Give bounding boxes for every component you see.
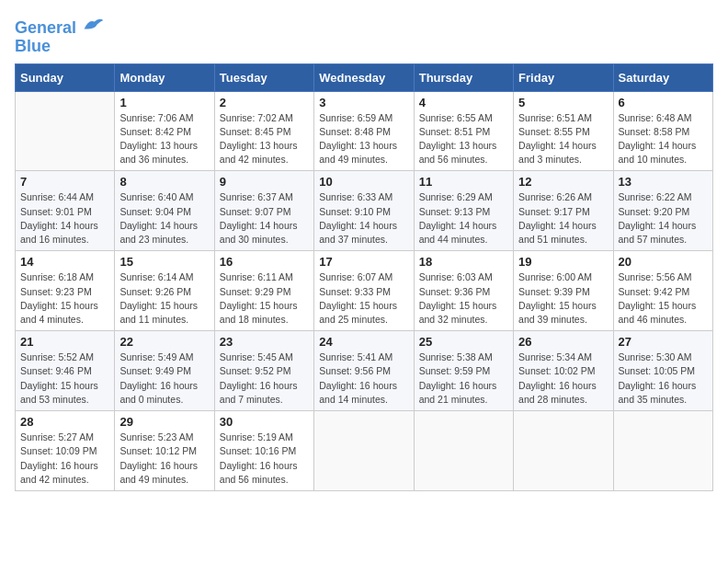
- day-info: Sunrise: 5:56 AM Sunset: 9:42 PM Dayligh…: [619, 270, 708, 327]
- day-info: Sunrise: 6:59 AM Sunset: 8:48 PM Dayligh…: [319, 111, 408, 167]
- day-info: Sunrise: 6:51 AM Sunset: 8:55 PM Dayligh…: [518, 111, 608, 167]
- calendar-cell: [514, 411, 613, 491]
- day-number: 25: [419, 335, 508, 349]
- calendar-cell: 9Sunrise: 6:37 AM Sunset: 9:07 PM Daylig…: [214, 171, 313, 251]
- calendar-cell: 6Sunrise: 6:48 AM Sunset: 8:58 PM Daylig…: [613, 91, 712, 171]
- calendar-cell: [414, 411, 513, 491]
- day-info: Sunrise: 6:18 AM Sunset: 9:23 PM Dayligh…: [20, 270, 109, 327]
- day-number: 14: [20, 255, 109, 269]
- calendar-week-row: 1Sunrise: 7:06 AM Sunset: 8:42 PM Daylig…: [16, 91, 713, 171]
- day-number: 18: [419, 255, 508, 269]
- calendar-cell: 25Sunrise: 5:38 AM Sunset: 9:59 PM Dayli…: [414, 331, 513, 411]
- header-saturday: Saturday: [613, 63, 712, 91]
- header-sunday: Sunday: [16, 63, 115, 91]
- day-number: 21: [20, 335, 109, 349]
- day-number: 19: [518, 255, 608, 269]
- day-info: Sunrise: 6:55 AM Sunset: 8:51 PM Dayligh…: [419, 111, 508, 167]
- day-number: 3: [319, 96, 408, 109]
- day-info: Sunrise: 6:26 AM Sunset: 9:17 PM Dayligh…: [518, 190, 608, 247]
- day-info: Sunrise: 6:07 AM Sunset: 9:33 PM Dayligh…: [319, 270, 408, 327]
- calendar-cell: 17Sunrise: 6:07 AM Sunset: 9:33 PM Dayli…: [314, 251, 414, 331]
- day-number: 16: [220, 255, 309, 269]
- calendar-cell: 26Sunrise: 5:34 AM Sunset: 10:02 PM Dayl…: [514, 331, 613, 411]
- header-wednesday: Wednesday: [314, 63, 414, 91]
- day-info: Sunrise: 6:44 AM Sunset: 9:01 PM Dayligh…: [20, 190, 109, 247]
- calendar-cell: 11Sunrise: 6:29 AM Sunset: 9:13 PM Dayli…: [414, 171, 513, 251]
- day-info: Sunrise: 6:03 AM Sunset: 9:36 PM Dayligh…: [419, 270, 508, 327]
- calendar-cell: 15Sunrise: 6:14 AM Sunset: 9:26 PM Dayli…: [115, 251, 214, 331]
- day-number: 23: [220, 335, 309, 349]
- calendar-cell: [314, 411, 414, 491]
- calendar-cell: 29Sunrise: 5:23 AM Sunset: 10:12 PM Dayl…: [115, 411, 214, 491]
- calendar-cell: 16Sunrise: 6:11 AM Sunset: 9:29 PM Dayli…: [214, 251, 313, 331]
- day-info: Sunrise: 6:33 AM Sunset: 9:10 PM Dayligh…: [319, 190, 408, 247]
- calendar-cell: 21Sunrise: 5:52 AM Sunset: 9:46 PM Dayli…: [16, 331, 115, 411]
- day-number: 20: [619, 255, 708, 269]
- calendar-cell: 2Sunrise: 7:02 AM Sunset: 8:45 PM Daylig…: [214, 91, 313, 171]
- calendar-cell: 30Sunrise: 5:19 AM Sunset: 10:16 PM Dayl…: [214, 411, 313, 491]
- day-number: 28: [20, 415, 109, 429]
- calendar-table: SundayMondayTuesdayWednesdayThursdayFrid…: [15, 63, 713, 491]
- day-info: Sunrise: 5:19 AM Sunset: 10:16 PM Daylig…: [220, 431, 309, 487]
- day-number: 6: [619, 96, 708, 109]
- day-info: Sunrise: 5:41 AM Sunset: 9:56 PM Dayligh…: [319, 350, 408, 407]
- logo-blue: Blue: [15, 37, 51, 55]
- calendar-cell: 13Sunrise: 6:22 AM Sunset: 9:20 PM Dayli…: [613, 171, 712, 251]
- day-info: Sunrise: 5:23 AM Sunset: 10:12 PM Daylig…: [119, 431, 209, 487]
- day-number: 22: [119, 335, 209, 349]
- calendar-cell: [16, 91, 115, 171]
- day-number: 27: [619, 335, 708, 349]
- day-info: Sunrise: 6:14 AM Sunset: 9:26 PM Dayligh…: [119, 270, 209, 327]
- day-number: 11: [419, 175, 508, 189]
- day-info: Sunrise: 6:11 AM Sunset: 9:29 PM Dayligh…: [220, 270, 309, 327]
- day-info: Sunrise: 5:38 AM Sunset: 9:59 PM Dayligh…: [419, 350, 508, 407]
- calendar-header-row: SundayMondayTuesdayWednesdayThursdayFrid…: [16, 63, 713, 91]
- logo-general: General: [15, 18, 76, 37]
- day-info: Sunrise: 5:27 AM Sunset: 10:09 PM Daylig…: [20, 431, 109, 487]
- logo: General Blue: [15, 15, 105, 56]
- calendar-cell: 10Sunrise: 6:33 AM Sunset: 9:10 PM Dayli…: [314, 171, 414, 251]
- day-info: Sunrise: 7:06 AM Sunset: 8:42 PM Dayligh…: [119, 111, 209, 167]
- calendar-cell: 8Sunrise: 6:40 AM Sunset: 9:04 PM Daylig…: [115, 171, 214, 251]
- calendar-cell: 23Sunrise: 5:45 AM Sunset: 9:52 PM Dayli…: [214, 331, 313, 411]
- day-info: Sunrise: 5:49 AM Sunset: 9:49 PM Dayligh…: [119, 350, 209, 407]
- calendar-cell: [613, 411, 712, 491]
- day-info: Sunrise: 6:48 AM Sunset: 8:58 PM Dayligh…: [619, 111, 708, 167]
- calendar-cell: 28Sunrise: 5:27 AM Sunset: 10:09 PM Dayl…: [16, 411, 115, 491]
- day-info: Sunrise: 6:29 AM Sunset: 9:13 PM Dayligh…: [419, 190, 508, 247]
- calendar-week-row: 21Sunrise: 5:52 AM Sunset: 9:46 PM Dayli…: [16, 331, 713, 411]
- page-header: General Blue: [15, 15, 713, 56]
- day-number: 1: [119, 96, 209, 109]
- header-tuesday: Tuesday: [214, 63, 313, 91]
- day-info: Sunrise: 6:40 AM Sunset: 9:04 PM Dayligh…: [119, 190, 209, 247]
- calendar-week-row: 14Sunrise: 6:18 AM Sunset: 9:23 PM Dayli…: [16, 251, 713, 331]
- calendar-cell: 1Sunrise: 7:06 AM Sunset: 8:42 PM Daylig…: [115, 91, 214, 171]
- day-info: Sunrise: 6:22 AM Sunset: 9:20 PM Dayligh…: [619, 190, 708, 247]
- calendar-cell: 12Sunrise: 6:26 AM Sunset: 9:17 PM Dayli…: [514, 171, 613, 251]
- day-number: 8: [119, 175, 209, 189]
- calendar-cell: 4Sunrise: 6:55 AM Sunset: 8:51 PM Daylig…: [414, 91, 513, 171]
- day-info: Sunrise: 5:45 AM Sunset: 9:52 PM Dayligh…: [220, 350, 309, 407]
- calendar-cell: 24Sunrise: 5:41 AM Sunset: 9:56 PM Dayli…: [314, 331, 414, 411]
- calendar-week-row: 7Sunrise: 6:44 AM Sunset: 9:01 PM Daylig…: [16, 171, 713, 251]
- calendar-cell: 20Sunrise: 5:56 AM Sunset: 9:42 PM Dayli…: [613, 251, 712, 331]
- calendar-cell: 18Sunrise: 6:03 AM Sunset: 9:36 PM Dayli…: [414, 251, 513, 331]
- day-info: Sunrise: 6:37 AM Sunset: 9:07 PM Dayligh…: [220, 190, 309, 247]
- day-number: 30: [220, 415, 309, 429]
- calendar-cell: 3Sunrise: 6:59 AM Sunset: 8:48 PM Daylig…: [314, 91, 414, 171]
- day-number: 17: [319, 255, 408, 269]
- day-info: Sunrise: 6:00 AM Sunset: 9:39 PM Dayligh…: [518, 270, 608, 327]
- day-number: 15: [119, 255, 209, 269]
- day-number: 29: [119, 415, 209, 429]
- calendar-cell: 22Sunrise: 5:49 AM Sunset: 9:49 PM Dayli…: [115, 331, 214, 411]
- logo-bird-icon: [83, 15, 105, 33]
- day-number: 26: [518, 335, 608, 349]
- day-number: 24: [319, 335, 408, 349]
- header-monday: Monday: [115, 63, 214, 91]
- calendar-cell: 27Sunrise: 5:30 AM Sunset: 10:05 PM Dayl…: [613, 331, 712, 411]
- day-number: 2: [220, 96, 309, 109]
- day-number: 12: [518, 175, 608, 189]
- calendar-cell: 14Sunrise: 6:18 AM Sunset: 9:23 PM Dayli…: [16, 251, 115, 331]
- calendar-cell: 19Sunrise: 6:00 AM Sunset: 9:39 PM Dayli…: [514, 251, 613, 331]
- day-number: 5: [518, 96, 608, 109]
